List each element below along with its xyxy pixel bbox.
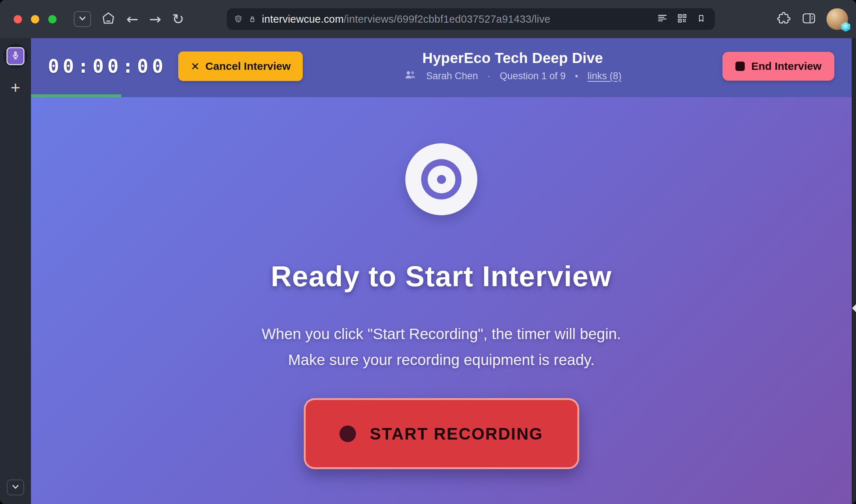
- collapsed-right-sidebar: [852, 38, 856, 504]
- page-title: Ready to Start Interview: [271, 262, 612, 291]
- end-button-label: End Interview: [751, 60, 821, 72]
- traffic-lights: [14, 15, 57, 23]
- interview-header: 00:00:00 ✕ Cancel Interview HyperEco Tec…: [31, 38, 852, 94]
- back-button[interactable]: ←: [126, 12, 139, 26]
- tracking-shield-icon[interactable]: [234, 14, 243, 24]
- window-body: + 00:00:00 ✕ Cancel Interview HyperEco T…: [0, 38, 856, 504]
- chevron-down-icon: [77, 13, 87, 25]
- vertical-tab-bar: +: [0, 38, 31, 504]
- timer-display: 00:00:00: [48, 55, 167, 77]
- x-icon: ✕: [190, 60, 199, 73]
- people-icon: [404, 70, 417, 82]
- zoom-window-button[interactable]: [48, 15, 57, 23]
- sidebar-expand-arrow[interactable]: [852, 304, 856, 312]
- toolbar-right: [776, 8, 848, 30]
- qr-code-icon[interactable]: [677, 13, 687, 25]
- instructions-line-1: When you click "Start Recording", the ti…: [262, 321, 621, 347]
- interview-page: 00:00:00 ✕ Cancel Interview HyperEco Tec…: [31, 38, 852, 504]
- address-bar[interactable]: interviewcue.com/interviews/699f2cbbf1ed…: [227, 8, 715, 30]
- reload-button[interactable]: ↻: [172, 12, 184, 26]
- target-icon: [405, 143, 477, 215]
- forward-button[interactable]: →: [149, 12, 162, 26]
- interview-meta: Sarah Chen · Question 1 of 9 • links (8): [404, 70, 622, 82]
- question-progress-bar: [31, 94, 852, 97]
- start-recording-button[interactable]: START RECORDING: [304, 398, 579, 469]
- stop-square-icon: [735, 62, 745, 71]
- site-favicon: [6, 47, 24, 65]
- microphone-icon: [10, 50, 21, 62]
- interview-title: HyperEco Tech Deep Dive: [422, 50, 603, 66]
- separator: •: [575, 71, 578, 81]
- cancel-button-label: Cancel Interview: [206, 60, 291, 72]
- sidebar-toggle-icon[interactable]: [801, 11, 817, 27]
- main-area: Ready to Start Interview When you click …: [31, 97, 852, 504]
- header-center: HyperEco Tech Deep Dive Sarah Chen · Que…: [303, 50, 722, 82]
- url-text: interviewcue.com/interviews/699f2cbbf1ed…: [262, 13, 550, 25]
- header-left: 00:00:00 ✕ Cancel Interview: [48, 51, 303, 81]
- tab-overview-button[interactable]: [74, 11, 91, 27]
- home-button[interactable]: [101, 11, 116, 27]
- separator: ·: [487, 71, 490, 81]
- reader-mode-icon[interactable]: [657, 13, 667, 25]
- cancel-interview-button[interactable]: ✕ Cancel Interview: [178, 51, 303, 81]
- workspace-switcher-button[interactable]: [7, 480, 24, 495]
- start-recording-label: START RECORDING: [370, 424, 543, 444]
- links-link[interactable]: links (8): [587, 71, 622, 82]
- home-icon: [101, 11, 116, 27]
- instructions-line-2: Make sure your recording equipment is re…: [262, 347, 621, 373]
- question-progress: Question 1 of 9: [500, 71, 566, 82]
- end-interview-button[interactable]: End Interview: [722, 52, 834, 81]
- chevron-down-icon: [10, 482, 21, 493]
- lock-icon[interactable]: [248, 14, 256, 24]
- browser-toolbar: ← → ↻ interviewcue.com/interviews/699f2c…: [0, 0, 856, 38]
- minimize-window-button[interactable]: [31, 15, 39, 23]
- address-bar-actions: [657, 13, 706, 25]
- account-badge-icon: [841, 22, 850, 32]
- close-window-button[interactable]: [14, 15, 22, 23]
- browser-window: ← → ↻ interviewcue.com/interviews/699f2c…: [0, 0, 856, 504]
- record-dot-icon: [339, 426, 356, 442]
- url-path: /interviews/699f2cbbf1ed037527a91433/liv…: [344, 13, 550, 25]
- bookmark-icon[interactable]: [697, 13, 706, 25]
- url-host: interviewcue.com: [262, 13, 344, 25]
- account-avatar[interactable]: [826, 8, 848, 30]
- instructions: When you click "Start Recording", the ti…: [262, 321, 621, 373]
- interviewer-name: Sarah Chen: [426, 71, 478, 82]
- new-tab-button[interactable]: +: [11, 79, 21, 96]
- active-tab[interactable]: [3, 44, 28, 68]
- extensions-puzzle-icon[interactable]: [776, 11, 791, 27]
- question-progress-fill: [31, 94, 121, 97]
